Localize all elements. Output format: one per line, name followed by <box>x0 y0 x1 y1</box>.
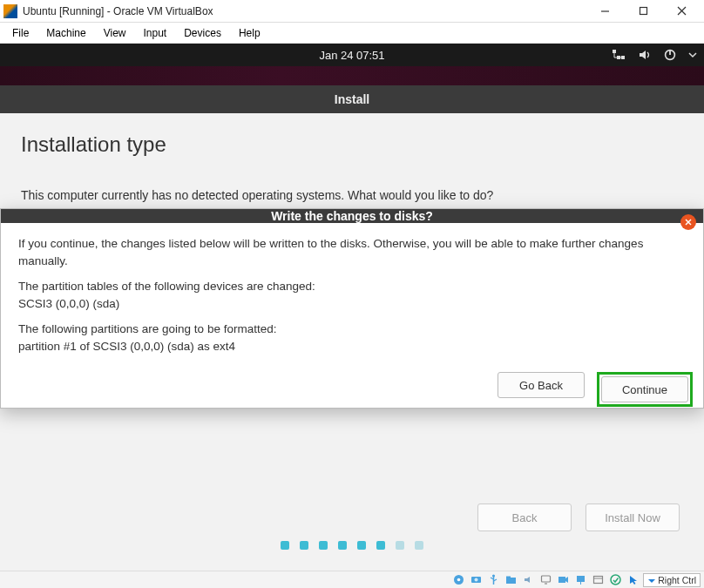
svg-marker-35 <box>630 576 637 585</box>
dialog-close-button[interactable] <box>680 214 696 230</box>
host-key-label: Right Ctrl <box>658 575 696 585</box>
vbox-window-title: Ubuntu [Running] - Oracle VM VirtualBox <box>23 5 586 17</box>
dialog-frame: Write the changes to disks? If you conti… <box>0 208 704 409</box>
chevron-down-icon <box>688 51 697 59</box>
recording-icon[interactable] <box>556 573 570 587</box>
usb-icon[interactable] <box>486 573 500 587</box>
shared-folder-icon[interactable] <box>504 573 518 587</box>
close-icon <box>685 219 692 226</box>
menu-help[interactable]: Help <box>232 25 267 41</box>
vbox-titlebar: Ubuntu [Running] - Oracle VM VirtualBox <box>0 0 704 23</box>
arrow-down-icon <box>647 576 656 585</box>
maximize-button[interactable] <box>624 0 662 23</box>
continue-button[interactable]: Continue <box>601 376 688 402</box>
svg-marker-10 <box>640 51 646 59</box>
dot <box>338 541 347 550</box>
menu-view[interactable]: View <box>97 25 133 41</box>
confirm-changes-dialog: Write the changes to disks? If you conti… <box>0 208 704 409</box>
svg-rect-30 <box>577 576 585 582</box>
continue-highlight: Continue <box>597 372 693 407</box>
install-header: Install <box>0 85 704 113</box>
dialog-title: Write the changes to disks? <box>271 209 433 223</box>
install-now-label: Install Now <box>605 511 660 524</box>
dot <box>281 541 289 550</box>
audio-status-icon[interactable] <box>521 573 535 587</box>
dialog-intro: If you continue, the changes listed belo… <box>18 235 686 269</box>
power-icon <box>664 49 676 61</box>
dialog-titlebar: Write the changes to disks? <box>1 209 703 223</box>
guest-additions-icon[interactable] <box>608 573 622 587</box>
svg-marker-25 <box>525 577 530 583</box>
svg-point-18 <box>474 578 477 582</box>
prompt-text: This computer currently has no detected … <box>21 188 683 202</box>
svg-rect-1 <box>640 8 646 15</box>
dot <box>376 541 385 550</box>
ubuntu-topbar: Jan 24 07:51 <box>0 44 704 66</box>
svg-rect-28 <box>558 577 565 583</box>
menu-input[interactable]: Input <box>137 25 174 41</box>
menu-devices[interactable]: Devices <box>177 25 228 41</box>
back-button-label: Back <box>512 511 538 524</box>
go-back-label: Go Back <box>519 379 563 392</box>
menu-file[interactable]: File <box>5 25 36 41</box>
close-icon <box>677 6 687 16</box>
vbox-menubar: File Machine View Input Devices Help <box>0 23 704 44</box>
svg-rect-32 <box>593 577 602 584</box>
clock-text[interactable]: Jan 24 07:51 <box>319 49 384 62</box>
dialog-body: If you continue, the changes listed belo… <box>1 223 703 372</box>
install-now-button[interactable]: Install Now <box>586 504 680 531</box>
minimize-icon <box>600 6 610 16</box>
vbox-app-icon <box>3 4 17 18</box>
decorative-strip <box>0 66 704 85</box>
minimize-button[interactable] <box>586 0 624 23</box>
svg-rect-4 <box>613 50 616 53</box>
network-icon <box>612 49 626 61</box>
go-back-button[interactable]: Go Back <box>498 372 585 398</box>
network-status-icon[interactable] <box>573 573 587 587</box>
svg-point-34 <box>611 575 620 585</box>
disc-icon[interactable] <box>451 573 465 587</box>
install-header-label: Install <box>335 92 369 106</box>
hdd-icon[interactable] <box>469 573 483 587</box>
installer-footer-buttons: Back Install Now <box>477 504 680 531</box>
host-key-indicator[interactable]: Right Ctrl <box>643 573 701 587</box>
dialog-format-partition: partition #1 of SCSI3 (0,0,0) (sda) as e… <box>18 338 686 355</box>
vbox-statusbar: Right Ctrl <box>0 571 704 588</box>
progress-dots <box>0 541 704 550</box>
menu-machine[interactable]: Machine <box>39 25 92 41</box>
svg-point-16 <box>457 578 460 582</box>
volume-icon <box>638 49 652 61</box>
dot <box>357 541 366 550</box>
display-icon[interactable] <box>538 573 552 587</box>
svg-point-20 <box>492 575 495 578</box>
dialog-tables-header: The partition tables of the following de… <box>18 278 686 295</box>
ubuntu-status-icons[interactable] <box>612 44 697 66</box>
vrde-icon[interactable] <box>591 573 605 587</box>
dialog-footer: Go Back Continue <box>1 372 703 417</box>
svg-rect-23 <box>506 578 516 584</box>
dot <box>415 541 423 550</box>
svg-marker-36 <box>648 579 655 583</box>
guest-display: Jan 24 07:51 Install Installation type T… <box>0 44 704 571</box>
dot <box>300 541 308 550</box>
svg-marker-29 <box>565 577 568 583</box>
dialog-tables-device: SCSI3 (0,0,0) (sda) <box>18 295 686 313</box>
back-button[interactable]: Back <box>477 504 572 531</box>
dot <box>396 541 404 550</box>
close-button[interactable] <box>662 0 701 23</box>
mouse-integration-icon[interactable] <box>626 573 640 587</box>
dialog-format-header: The following partitions are going to be… <box>18 321 686 338</box>
svg-rect-24 <box>506 577 511 578</box>
page-title: Installation type <box>21 132 683 157</box>
maximize-icon <box>639 6 648 16</box>
svg-rect-26 <box>541 576 550 582</box>
continue-label: Continue <box>622 383 667 396</box>
dot <box>319 541 328 550</box>
